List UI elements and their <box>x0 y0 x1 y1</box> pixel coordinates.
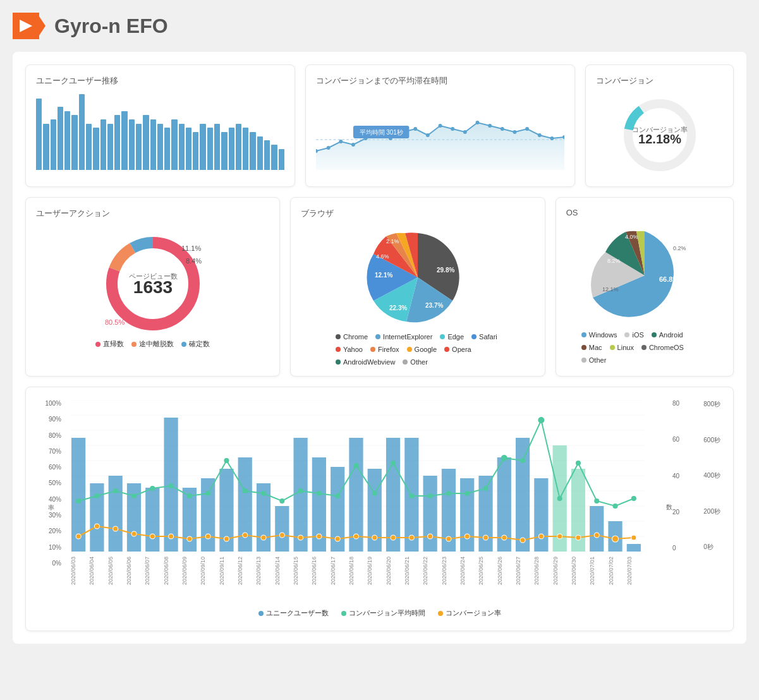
svg-point-117 <box>576 461 581 466</box>
svg-point-125 <box>150 534 155 539</box>
legend-browser-safari: Safari <box>471 333 497 341</box>
svg-point-150 <box>612 536 618 542</box>
svg-point-20 <box>538 133 542 137</box>
svg-point-21 <box>550 136 554 140</box>
svg-point-97 <box>205 491 210 496</box>
bar <box>64 111 70 170</box>
bar <box>221 132 227 170</box>
svg-point-142 <box>465 534 470 539</box>
legend-dot-bounce <box>95 342 100 347</box>
svg-point-94 <box>150 486 155 491</box>
svg-rect-83 <box>516 438 530 552</box>
svg-text:1633: 1633 <box>133 277 173 297</box>
svg-point-10 <box>413 127 417 131</box>
user-action-donut: ページビュー数 1633 11.1% 8.4% 80.5% 直帰数 途中離脱数 <box>36 227 269 349</box>
bar <box>136 124 142 170</box>
svg-point-131 <box>261 535 266 540</box>
svg-point-120 <box>631 496 636 501</box>
svg-point-103 <box>317 491 322 496</box>
svg-point-109 <box>428 493 433 498</box>
svg-point-15 <box>476 121 480 124</box>
bar <box>86 124 92 170</box>
browser-legend: Chrome InternetExplorer Edge Safari Yaho… <box>336 333 500 366</box>
svg-point-138 <box>391 535 396 540</box>
bar <box>79 94 85 170</box>
unique-users-bar-chart <box>36 94 284 170</box>
svg-point-115 <box>538 417 544 423</box>
svg-point-106 <box>372 491 377 496</box>
svg-point-110 <box>446 491 451 496</box>
bar <box>236 124 241 170</box>
svg-point-119 <box>613 504 618 509</box>
svg-point-108 <box>409 493 414 498</box>
svg-point-118 <box>594 498 599 504</box>
svg-point-124 <box>131 531 137 536</box>
bar <box>250 132 255 170</box>
bottom-legend: ユニークユーザー数 コンバージョン平均時間 コンバージョン率 <box>39 608 720 618</box>
svg-point-137 <box>372 535 377 540</box>
bar <box>214 124 220 170</box>
svg-point-99 <box>243 488 248 493</box>
svg-text:平均時間 301秒: 平均時間 301秒 <box>360 129 403 136</box>
svg-text:4.0%: 4.0% <box>625 234 638 240</box>
bar <box>93 128 99 170</box>
svg-point-123 <box>113 526 118 531</box>
legend-item-bounce: 直帰数 <box>95 339 124 349</box>
svg-text:4.6%: 4.6% <box>376 253 389 260</box>
svg-text:0.2%: 0.2% <box>673 245 686 251</box>
svg-point-135 <box>335 536 340 541</box>
bar <box>121 111 127 170</box>
legend-browser-ie: InternetExplorer <box>375 333 432 341</box>
bottom-card: 100% 90% 80% 70% 60% 50% 40% 30% 20% 10%… <box>25 387 734 631</box>
card-conversion-title: コンバージョン <box>596 75 723 87</box>
bar <box>36 99 42 170</box>
svg-rect-70 <box>275 506 289 552</box>
bar <box>171 119 177 170</box>
legend-unique-users: ユニークユーザー数 <box>258 608 329 618</box>
bar <box>58 107 63 170</box>
bar <box>179 124 185 170</box>
legend-os-windows: Windows <box>581 331 617 339</box>
svg-point-144 <box>502 535 507 540</box>
bar <box>200 124 205 170</box>
card-unique-users-title: ユニークユーザー推移 <box>36 75 284 87</box>
legend-os-mac: Mac <box>581 344 602 351</box>
svg-text:12.1%: 12.1% <box>602 286 619 293</box>
svg-text:66.8%: 66.8% <box>659 275 679 283</box>
svg-point-145 <box>520 538 525 543</box>
mid-row: ユーザーアクション ページビュー数 1633 11.1% 8.4% 80.5% <box>25 197 734 377</box>
svg-text:12.1%: 12.1% <box>375 272 392 279</box>
bar <box>100 119 106 170</box>
svg-point-149 <box>594 533 599 538</box>
svg-text:80.5%: 80.5% <box>105 318 124 326</box>
legend-os-chromeos: ChromeOS <box>641 344 684 351</box>
bar <box>257 136 263 170</box>
bar <box>114 115 120 170</box>
bar <box>279 149 284 170</box>
svg-point-13 <box>451 127 454 131</box>
svg-text:2.1%: 2.1% <box>386 238 399 244</box>
legend-os-android: Android <box>652 331 683 339</box>
svg-point-96 <box>187 493 192 498</box>
bar <box>43 124 49 170</box>
svg-point-11 <box>426 133 430 137</box>
svg-point-104 <box>335 493 340 498</box>
bar <box>107 124 113 170</box>
card-user-action: ユーザーアクション ページビュー数 1633 11.1% 8.4% 80.5% <box>25 197 280 377</box>
svg-rect-63 <box>145 488 159 552</box>
svg-point-18 <box>513 130 517 134</box>
svg-marker-0 <box>20 20 32 32</box>
svg-point-101 <box>279 498 284 504</box>
legend-conversion-rate: コンバージョン率 <box>438 608 501 618</box>
svg-point-129 <box>224 536 229 541</box>
legend-browser-androidwebview: AndroidWebview <box>336 358 395 366</box>
svg-point-107 <box>391 461 396 466</box>
card-unique-users: ユニークユーザー推移 <box>25 64 295 187</box>
svg-point-91 <box>94 493 99 498</box>
bottom-chart-container: 100% 90% 80% 70% 60% 50% 40% 30% 20% 10%… <box>39 400 720 598</box>
svg-rect-80 <box>460 478 474 552</box>
svg-point-100 <box>261 491 266 496</box>
svg-point-127 <box>187 536 192 541</box>
svg-point-126 <box>169 534 174 539</box>
svg-point-12 <box>439 124 442 128</box>
